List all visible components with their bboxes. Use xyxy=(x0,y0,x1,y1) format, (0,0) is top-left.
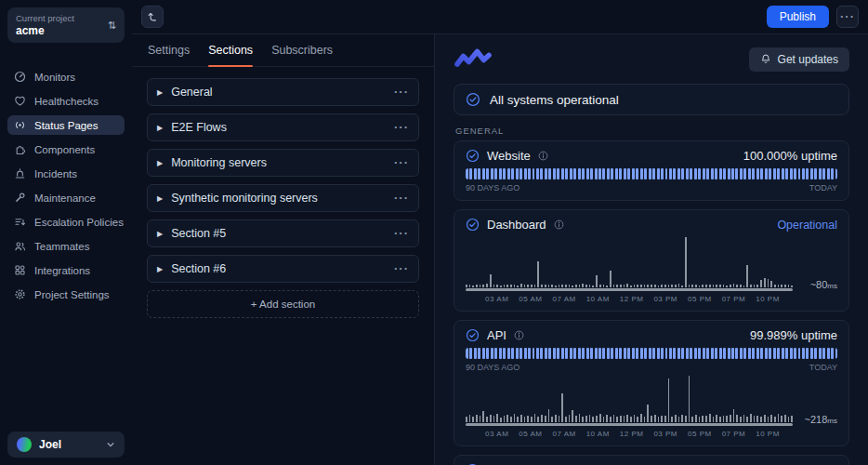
uptime-day-bar xyxy=(561,168,564,179)
uptime-day-bar xyxy=(582,348,585,359)
uptime-day-bar xyxy=(486,168,489,179)
uptime-day-bar xyxy=(806,348,809,359)
response-bar xyxy=(624,285,625,287)
sidebar-item-incidents[interactable]: Incidents xyxy=(7,164,125,183)
uptime-day-bar xyxy=(819,168,822,179)
uptime-day-bar xyxy=(806,168,809,179)
sidebar-item-project-settings[interactable]: Project Settings xyxy=(7,285,125,304)
uptime-day-bar xyxy=(548,348,551,359)
response-bar xyxy=(500,286,502,287)
section-row-general[interactable]: ▶ General ··· xyxy=(147,78,419,106)
sidebar-item-status-pages[interactable]: Status Pages xyxy=(7,115,125,135)
sidebar-item-teammates[interactable]: Teammates xyxy=(7,236,125,256)
section-row-section-5[interactable]: ▶ Section #5 ··· xyxy=(147,219,419,247)
more-options-button[interactable]: ··· xyxy=(836,6,859,28)
sidebar-item-healthchecks[interactable]: Healthchecks xyxy=(7,91,125,111)
uptime-day-bar xyxy=(769,348,771,359)
uptime-day-bar xyxy=(553,348,556,359)
uptime-day-bar xyxy=(611,348,613,359)
sidebar-item-monitors[interactable]: Monitors xyxy=(7,67,125,86)
sidebar-item-escalation-policies[interactable]: Escalation Policies xyxy=(7,212,125,232)
response-bar xyxy=(589,285,591,287)
uptime-day-bar xyxy=(649,348,651,359)
response-bar xyxy=(476,285,478,287)
response-bar xyxy=(661,416,663,422)
response-bar xyxy=(695,415,697,422)
response-bar xyxy=(606,415,608,422)
section-row-section-6[interactable]: ▶ Section #6 ··· xyxy=(147,255,419,283)
response-bar xyxy=(784,285,786,287)
uptime-day-bar xyxy=(735,168,738,179)
uptime-day-bar xyxy=(545,348,547,359)
tab-settings[interactable]: Settings xyxy=(148,34,190,66)
info-icon[interactable] xyxy=(554,219,564,230)
response-bar xyxy=(480,285,481,287)
section-row-synthetic-monitoring-servers[interactable]: ▶ Synthetic monitoring servers ··· xyxy=(147,184,419,212)
response-bar xyxy=(760,417,762,422)
info-icon[interactable] xyxy=(514,330,524,340)
x-axis-tick-label: 07 PM xyxy=(722,430,746,438)
response-bar xyxy=(702,416,704,422)
response-bar xyxy=(730,285,731,287)
response-bar xyxy=(778,285,780,287)
response-bar xyxy=(582,284,584,287)
uptime-day-bar xyxy=(752,168,755,179)
editor-tabs: Settings Sections Subscribers xyxy=(132,34,434,67)
response-bar xyxy=(569,415,571,422)
uptime-day-bar xyxy=(798,348,801,359)
uptime-day-bar xyxy=(611,168,613,179)
uptime-day-bar xyxy=(686,168,689,179)
info-icon[interactable] xyxy=(538,151,548,161)
sidebar-item-components[interactable]: Components xyxy=(7,140,125,159)
uptime-day-bar xyxy=(627,168,630,179)
project-name: acme xyxy=(16,24,74,37)
response-bar xyxy=(723,285,725,287)
response-bar xyxy=(754,416,756,422)
response-bar xyxy=(565,417,567,422)
uptime-percentage: 100.000% uptime xyxy=(743,149,837,163)
uptime-day-bar xyxy=(640,348,643,359)
response-bar xyxy=(699,286,701,287)
tab-subscribers[interactable]: Subscribers xyxy=(271,34,333,66)
uptime-day-bar xyxy=(769,168,771,179)
user-menu[interactable]: Joel xyxy=(7,432,125,458)
get-updates-button[interactable]: Get updates xyxy=(749,47,849,72)
response-bar xyxy=(658,286,660,287)
uptime-day-bar xyxy=(557,348,559,359)
section-row-e2e-flows[interactable]: ▶ E2E Flows ··· xyxy=(147,113,419,141)
project-switcher[interactable]: Current project acme ⇅ xyxy=(7,7,125,43)
service-card-website: Website 100.000% uptime 90 DAYS AGO TODA… xyxy=(454,140,849,201)
uptime-day-bar xyxy=(561,348,564,359)
response-bar xyxy=(506,285,508,287)
back-button[interactable] xyxy=(141,6,164,28)
tab-sections[interactable]: Sections xyxy=(208,34,253,66)
response-bar xyxy=(658,417,660,422)
uptime-day-bar xyxy=(706,348,709,359)
publish-button[interactable]: Publish xyxy=(767,6,829,28)
response-bar xyxy=(678,284,680,287)
uptime-day-bar xyxy=(798,168,801,179)
response-bar xyxy=(531,417,533,422)
uptime-day-bar xyxy=(686,348,689,359)
uptime-day-bar xyxy=(649,168,651,179)
response-bar xyxy=(675,285,677,287)
sidebar-item-maintenance[interactable]: Maintenance xyxy=(7,188,125,207)
uptime-day-bar xyxy=(494,348,497,359)
add-section-button[interactable]: + Add section xyxy=(147,290,419,318)
response-bar xyxy=(723,416,725,422)
user-name: Joel xyxy=(39,438,99,451)
uptime-day-bar xyxy=(519,168,522,179)
uptime-day-bar xyxy=(573,348,576,359)
response-bar xyxy=(527,416,529,422)
response-bar xyxy=(778,414,780,422)
section-row-monitoring-servers[interactable]: ▶ Monitoring servers ··· xyxy=(147,149,419,177)
response-bar xyxy=(719,417,721,422)
healthchecks-icon xyxy=(14,95,26,107)
response-bar xyxy=(616,285,618,287)
sidebar-item-integrations[interactable]: Integrations xyxy=(7,260,125,280)
response-bar xyxy=(537,261,539,287)
response-bar xyxy=(534,414,536,422)
uptime-day-bar xyxy=(507,168,510,179)
response-bar xyxy=(664,416,666,422)
uptime-day-bar xyxy=(723,168,726,179)
